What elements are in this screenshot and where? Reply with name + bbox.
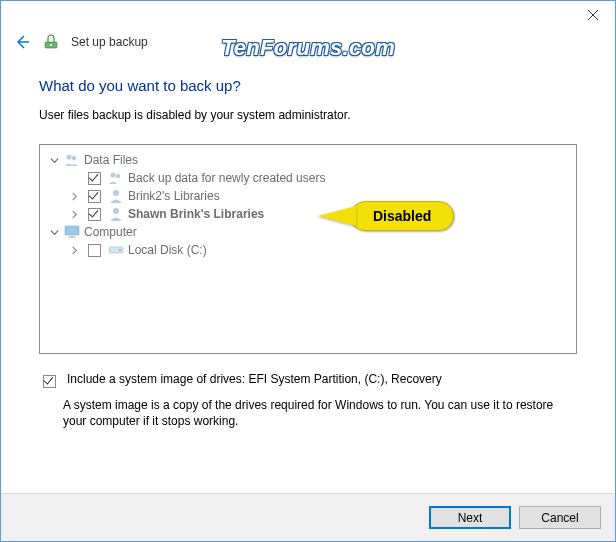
nav-row: Set up backup bbox=[1, 31, 615, 63]
tree-label: Back up data for newly created users bbox=[128, 171, 325, 185]
checkbox-shawn[interactable] bbox=[88, 208, 101, 221]
close-button[interactable] bbox=[570, 1, 615, 29]
chevron-down-icon[interactable] bbox=[48, 156, 60, 165]
next-button[interactable]: Next bbox=[429, 506, 511, 529]
users-icon bbox=[108, 170, 124, 186]
system-image-description: A system image is a copy of the drives r… bbox=[63, 397, 577, 429]
title-bar bbox=[1, 1, 615, 31]
tree-node-local-disk[interactable]: Local Disk (C:) bbox=[44, 241, 572, 259]
svg-rect-11 bbox=[65, 226, 79, 235]
chevron-down-icon[interactable] bbox=[48, 228, 60, 237]
checkbox-newly-created[interactable] bbox=[88, 172, 101, 185]
chevron-right-icon[interactable] bbox=[68, 210, 80, 219]
user-icon bbox=[108, 206, 124, 222]
tree-label: Brink2's Libraries bbox=[128, 189, 220, 203]
tree-node-shawn[interactable]: Shawn Brink's Libraries bbox=[44, 205, 572, 223]
disabled-notice: User files backup is disabled by your sy… bbox=[39, 108, 577, 122]
button-bar: Next Cancel bbox=[1, 493, 615, 541]
svg-point-6 bbox=[72, 156, 76, 160]
svg-point-10 bbox=[113, 208, 119, 214]
backup-app-icon bbox=[43, 34, 59, 50]
disk-icon bbox=[108, 242, 124, 258]
checkbox-local-disk[interactable] bbox=[88, 244, 101, 257]
checkbox-system-image[interactable] bbox=[43, 375, 56, 388]
tree-label: Data Files bbox=[84, 153, 138, 167]
content-area: What do you want to back up? User files … bbox=[1, 63, 615, 429]
users-icon bbox=[64, 152, 80, 168]
page-heading: What do you want to back up? bbox=[39, 77, 577, 94]
backup-tree[interactable]: Data Files Back up data for newly create… bbox=[39, 144, 577, 354]
tree-node-newly-created[interactable]: Back up data for newly created users bbox=[44, 169, 572, 187]
tree-label: Computer bbox=[84, 225, 137, 239]
svg-point-14 bbox=[119, 249, 121, 251]
system-image-row: Include a system image of drives: EFI Sy… bbox=[39, 372, 577, 391]
tree-label: Local Disk (C:) bbox=[128, 243, 207, 257]
svg-point-8 bbox=[116, 174, 120, 178]
svg-rect-12 bbox=[69, 236, 75, 238]
monitor-icon bbox=[64, 224, 80, 240]
svg-point-9 bbox=[113, 190, 119, 196]
chevron-right-icon[interactable] bbox=[68, 192, 80, 201]
close-icon bbox=[588, 10, 598, 20]
tree-node-data-files[interactable]: Data Files bbox=[44, 151, 572, 169]
back-button[interactable] bbox=[13, 33, 31, 51]
tree-label: Shawn Brink's Libraries bbox=[128, 207, 264, 221]
window-title: Set up backup bbox=[71, 35, 148, 49]
svg-point-4 bbox=[50, 44, 52, 46]
tree-node-computer[interactable]: Computer bbox=[44, 223, 572, 241]
checkbox-brink2[interactable] bbox=[88, 190, 101, 203]
cancel-button[interactable]: Cancel bbox=[519, 506, 601, 529]
user-icon bbox=[108, 188, 124, 204]
tree-node-brink2[interactable]: Brink2's Libraries bbox=[44, 187, 572, 205]
svg-point-7 bbox=[111, 173, 116, 178]
svg-point-5 bbox=[67, 155, 72, 160]
chevron-right-icon[interactable] bbox=[68, 246, 80, 255]
system-image-label: Include a system image of drives: EFI Sy… bbox=[67, 372, 442, 386]
back-arrow-icon bbox=[13, 33, 31, 51]
